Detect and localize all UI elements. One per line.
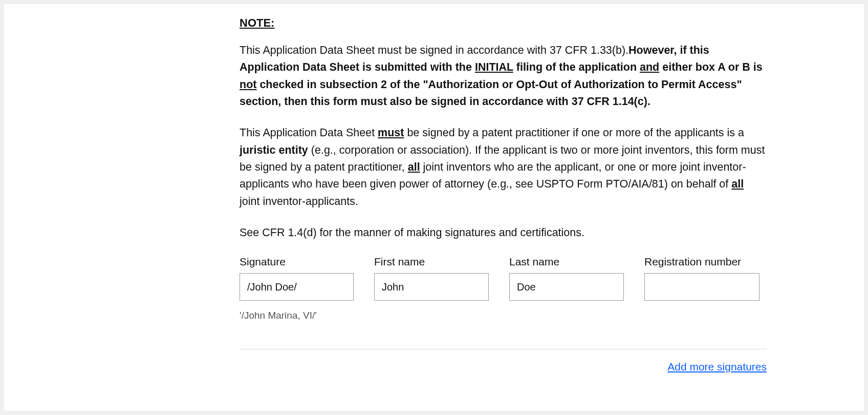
note-p2-juristic: juristic entity [240,144,308,156]
first-name-input[interactable] [374,273,489,301]
registration-number-group: Registration number [644,256,760,321]
note-p1-not: not [240,78,256,91]
note-p2-all2: all [731,178,744,190]
section-divider [240,349,767,349]
note-p1-intro: This Application Data Sheet must be sign… [240,44,628,56]
registration-number-input[interactable] [644,273,760,301]
last-name-group: Last name [509,256,624,321]
note-p2-b: be signed by a patent practitioner if on… [404,127,744,139]
note-p1-and: and [640,61,659,73]
add-more-signatures-link[interactable]: Add more signatures [240,361,767,373]
note-p1-bold-c: either box A or B is [659,61,763,73]
first-name-label: First name [374,256,489,268]
signature-input[interactable] [240,273,354,301]
signature-form-row: Signature '/John Marina, VI/' First name… [240,256,767,321]
first-name-group: First name [374,256,489,321]
signature-label: Signature [240,256,354,268]
note-paragraph-1: This Application Data Sheet must be sign… [240,42,767,110]
note-p2-e: joint inventor-applicants. [240,195,358,208]
page-container: NOTE: This Application Data Sheet must b… [4,4,864,411]
content-region: NOTE: This Application Data Sheet must b… [240,16,767,373]
last-name-label: Last name [509,256,624,268]
note-p1-bold-b: filing of the application [513,61,640,73]
note-p2-all1: all [408,161,420,173]
note-paragraph-2: This Application Data Sheet must be sign… [240,125,767,210]
signature-group: Signature '/John Marina, VI/' [240,256,354,321]
signature-hint: '/John Marina, VI/' [240,310,354,321]
note-p1-initial: INITIAL [475,61,513,73]
note-p2-a: This Application Data Sheet [240,127,378,139]
note-p1-bold-d: checked in subsection 2 of the "Authoriz… [240,78,742,108]
registration-number-label: Registration number [644,256,760,268]
note-paragraph-3: See CFR 1.4(d) for the manner of making … [240,224,767,241]
last-name-input[interactable] [509,273,624,301]
note-heading: NOTE: [240,16,767,30]
note-p2-must: must [378,127,404,139]
